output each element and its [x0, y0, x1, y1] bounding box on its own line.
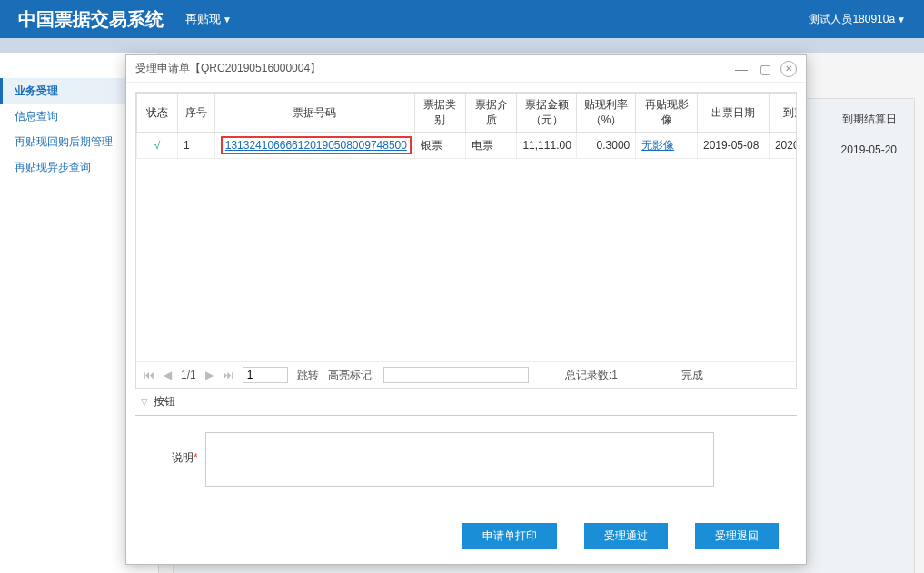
- bill-no-link[interactable]: 131324106666120190508009748500: [221, 136, 412, 154]
- section-toggle[interactable]: ▽ 按钮: [135, 390, 797, 416]
- table-header-row: 状态 序号 票据号码 票据类别 票据介质 票据金额（元） 贴现利率（%） 再贴现…: [137, 94, 797, 133]
- modal-footer: 申请单打印 受理通过 受理退回: [126, 514, 806, 564]
- pager-prev-icon[interactable]: ◀: [164, 369, 172, 381]
- pager-total: 总记录数:1: [565, 368, 618, 383]
- form-area: 说明*: [135, 416, 797, 514]
- required-icon: *: [194, 451, 198, 464]
- caret-down-icon: ▼: [223, 15, 232, 25]
- user-name: 测试人员180910a: [809, 12, 895, 27]
- modal-controls: — ▢ ✕: [733, 61, 797, 77]
- th-medium: 票据介质: [466, 94, 517, 133]
- desc-label: 说明*: [172, 432, 198, 466]
- image-link[interactable]: 无影像: [641, 139, 674, 152]
- caret-down-icon: ▼: [897, 15, 906, 25]
- pager-page: 1/1: [181, 369, 196, 381]
- pager-status: 完成: [681, 368, 703, 383]
- close-icon[interactable]: ✕: [780, 61, 797, 77]
- modal-title: 受理申请单【QRC20190516000004】: [135, 61, 321, 76]
- th-issue: 出票日期: [697, 94, 769, 133]
- th-due: 到期日期: [769, 94, 796, 133]
- bg-row-value: 2019-05-20: [841, 143, 897, 156]
- pager-first-icon[interactable]: ⏮: [144, 369, 154, 381]
- reject-button[interactable]: 受理退回: [695, 523, 779, 549]
- desc-label-text: 说明: [172, 451, 194, 464]
- cell-rate: 0.3000: [576, 133, 635, 159]
- print-button[interactable]: 申请单打印: [462, 523, 557, 549]
- header-sub-menu[interactable]: 再贴现 ▼: [185, 11, 232, 27]
- pager: ⏮ ◀ 1/1 ▶ ⏭ 跳转 高亮标记: 总记录数:1 完成: [136, 361, 796, 388]
- th-billno: 票据号码: [214, 94, 414, 133]
- cell-seq: 1: [178, 133, 215, 159]
- grid-container: 状态 序号 票据号码 票据类别 票据介质 票据金额（元） 贴现利率（%） 再贴现…: [135, 92, 797, 389]
- section-label: 按钮: [154, 394, 175, 410]
- th-image: 再贴现影像: [636, 94, 698, 133]
- cell-billno: 131324106666120190508009748500: [214, 133, 414, 159]
- desc-textarea[interactable]: [205, 432, 714, 487]
- pager-jump[interactable]: 跳转: [297, 368, 319, 383]
- check-icon: √: [154, 139, 161, 152]
- cell-type: 银票: [414, 133, 465, 159]
- pager-last-icon[interactable]: ⏭: [223, 369, 233, 381]
- pager-highlight-input[interactable]: [383, 367, 529, 383]
- user-menu[interactable]: 测试人员180910a ▼: [809, 12, 906, 27]
- table-row[interactable]: √ 1 131324106666120190508009748500 银票 电票…: [137, 133, 797, 159]
- cell-issue: 2019-05-08: [697, 133, 769, 159]
- app-header: 中国票据交易系统 再贴现 ▼ 测试人员180910a ▼: [0, 0, 924, 38]
- modal-header: 受理申请单【QRC20190516000004】 — ▢ ✕: [126, 55, 806, 83]
- header-sub-label: 再贴现: [185, 11, 221, 27]
- modal-dialog: 受理申请单【QRC20190516000004】 — ▢ ✕ 状态: [125, 54, 807, 565]
- cell-image: 无影像: [636, 133, 698, 159]
- cell-amount: 11,111.00: [517, 133, 576, 159]
- maximize-icon[interactable]: ▢: [757, 61, 773, 77]
- minimize-icon[interactable]: —: [733, 61, 750, 77]
- th-type: 票据类别: [414, 94, 465, 133]
- pager-page-input[interactable]: [243, 367, 288, 383]
- sub-header-bar: [0, 38, 924, 53]
- th-amount: 票据金额（元）: [517, 94, 576, 133]
- th-status: 状态: [137, 94, 178, 133]
- bg-col-header: 到期结算日: [842, 112, 897, 127]
- th-seq: 序号: [178, 94, 215, 133]
- cell-due: 2020-05-05: [769, 133, 796, 159]
- chevron-down-icon: ▽: [141, 397, 148, 407]
- pager-next-icon[interactable]: ▶: [205, 369, 214, 381]
- modal-body: 状态 序号 票据号码 票据类别 票据介质 票据金额（元） 贴现利率（%） 再贴现…: [126, 83, 806, 514]
- grid-scroll[interactable]: 状态 序号 票据号码 票据类别 票据介质 票据金额（元） 贴现利率（%） 再贴现…: [136, 93, 796, 361]
- app-title: 中国票据交易系统: [18, 7, 164, 32]
- approve-button[interactable]: 受理通过: [584, 523, 668, 549]
- pager-highlight-label: 高亮标记:: [328, 368, 374, 383]
- cell-medium: 电票: [466, 133, 517, 159]
- th-rate: 贴现利率（%）: [576, 94, 635, 133]
- bill-table: 状态 序号 票据号码 票据类别 票据介质 票据金额（元） 贴现利率（%） 再贴现…: [136, 93, 796, 159]
